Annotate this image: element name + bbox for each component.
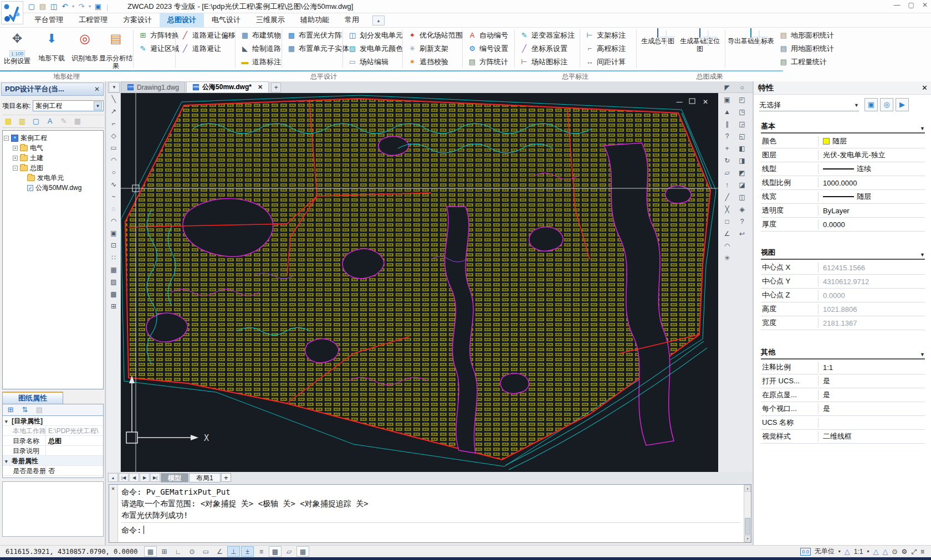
road-annotation-button[interactable]: ▬道路标注 <box>238 56 283 68</box>
support-annotation-button[interactable]: ⊢支架标注 <box>583 29 628 42</box>
tree-item-drawing-file[interactable]: ✓ 公海50MW.dwg <box>4 183 103 193</box>
categorized-icon[interactable]: ⊞ <box>4 404 17 415</box>
mirror-icon[interactable]: ▲ <box>722 107 733 117</box>
cad-viewport[interactable]: X — ✕ <box>121 93 718 472</box>
command-input-row[interactable]: 命令: <box>121 522 740 536</box>
prop-transparency-row[interactable]: 透明度 ByLayer <box>761 204 925 218</box>
polyline-icon[interactable]: ⌐ <box>108 119 119 129</box>
prop-color-row[interactable]: 颜色 随层 <box>761 135 925 148</box>
dynamic-input-toggle[interactable]: ± <box>241 546 254 557</box>
model-tab[interactable]: 模型 <box>161 473 188 482</box>
tab-auxiliary-functions[interactable]: 辅助功能 <box>293 13 337 27</box>
table-icon[interactable]: ⊞ <box>108 301 119 312</box>
scroll-up-icon[interactable]: ▴ <box>744 485 751 492</box>
scale-icon[interactable]: ▱ <box>722 168 733 178</box>
draw-road-button[interactable]: ◣绘制道路 <box>238 43 283 55</box>
prop-row-catalog-desc[interactable]: 目录说明 <box>3 446 103 456</box>
spacing-calculation-button[interactable]: ↔间距计算 <box>583 56 628 68</box>
stretch-icon[interactable]: ↑ <box>722 180 733 191</box>
folder-open-icon[interactable]: ▤ <box>2 116 14 127</box>
scroll-down-icon[interactable]: ▾ <box>744 535 751 542</box>
boundary-icon[interactable]: ▩ <box>108 289 119 300</box>
inverter-room-annotation-button[interactable]: ✎逆变器室标注 <box>518 29 577 42</box>
matrix-convert-button[interactable]: ⊞方阵转换 <box>136 29 181 42</box>
divide-power-unit-button[interactable]: ◫划分发电单元 <box>346 29 405 42</box>
command-history[interactable]: 命令: Pv_GEMatrixPut_Put 请选取一个布置范围: <对象捕捉 … <box>118 485 744 542</box>
view-cube-7-icon[interactable]: ◩ <box>736 168 748 178</box>
undo-dropdown-icon[interactable]: ▾ <box>71 1 75 12</box>
prop-annoscale-row[interactable]: 注释比例 1:1 <box>761 361 925 374</box>
ribbon-collapse-button[interactable]: ▴ <box>372 16 385 25</box>
units-label[interactable]: 无单位 <box>815 547 835 556</box>
matrix-statistics-button[interactable]: ▤方阵统计 <box>466 56 510 68</box>
view-cube-2-icon[interactable]: ◳ <box>736 107 748 117</box>
power-unit-color-button[interactable]: ▨发电单元颜色 <box>346 43 405 55</box>
prop-row-is-volume[interactable]: 是否是卷册 否 <box>3 466 103 476</box>
prop-linetype-row[interactable]: 线型 连续 <box>761 162 925 176</box>
tab-scheme-design[interactable]: 方案设计 <box>115 13 160 27</box>
prop-ucs-perviewport-row[interactable]: 每个视口... 是 <box>761 402 925 416</box>
properties-close-icon[interactable]: ✕ <box>922 84 928 92</box>
unit-format-icon[interactable]: 0.0 <box>800 548 811 556</box>
status-menu-icon[interactable]: ≡ <box>920 548 924 556</box>
expand-icon[interactable]: + <box>13 156 18 161</box>
workspace-switch-icon[interactable]: ⊙ <box>892 548 898 556</box>
erase-icon[interactable]: ◤ <box>722 83 733 93</box>
command-close-icon[interactable]: ✕ <box>109 485 117 492</box>
rectangle-icon[interactable]: ▭ <box>108 143 119 153</box>
prop-lineweight-row[interactable]: 线宽 随层 <box>761 190 925 204</box>
doc-tab-drawing1[interactable]: DWG Drawing1.dwg <box>121 81 185 93</box>
annotation-visibility-icon[interactable]: △ <box>845 547 850 556</box>
pdp-panel-close-icon[interactable]: ✕ <box>94 85 100 93</box>
generate-site-plan-button[interactable]: DWG 生成总平图 <box>640 29 676 69</box>
prev-tab-icon[interactable]: ◀ <box>129 473 139 482</box>
object-snap-tracking-toggle[interactable]: ∠ <box>213 546 226 557</box>
prop-ltscale-row[interactable]: 线型比例 1000.0000 <box>761 176 925 190</box>
zoom-previous-icon[interactable]: ↩ <box>736 229 748 239</box>
terrain-area-statistics-button[interactable]: ▤地形面积统计 <box>777 29 836 42</box>
tab-electrical-design[interactable]: 电气设计 <box>204 13 248 27</box>
collapse-icon[interactable]: − <box>13 166 18 171</box>
project-name-select[interactable]: 案例工程 ▼ <box>33 100 104 111</box>
tree-item-power-unit[interactable]: 发电单元 <box>4 173 103 183</box>
move-icon[interactable]: + <box>722 143 733 154</box>
avoid-area-button[interactable]: ✎避让区域 <box>136 43 181 55</box>
redo-icon[interactable]: ↷ <box>76 1 86 12</box>
ellipse-icon[interactable]: ◌ <box>108 204 119 214</box>
annotation-scale-label[interactable]: 1:1 <box>854 548 863 556</box>
prop-centery-row[interactable]: 中心点 Y 4310612.9712 <box>761 275 925 289</box>
prop-ucsname-row[interactable]: UCS 名称 <box>761 416 925 430</box>
prop-thickness-row[interactable]: 厚度 0.0000 <box>761 218 925 232</box>
help2-icon[interactable]: ? <box>736 217 748 227</box>
layout-up-icon[interactable]: ▴ <box>108 473 118 482</box>
sort-az-icon[interactable]: ⇅ <box>19 404 31 415</box>
offset-icon[interactable]: ∥ <box>722 119 733 130</box>
road-avoid-button[interactable]: ╱道路避让 <box>178 43 238 55</box>
prop-centerx-row[interactable]: 中心点 X 612415.1566 <box>761 261 925 275</box>
refresh-support-button[interactable]: ✳刷新支架 <box>406 43 465 55</box>
prop-visualstyle-row[interactable]: 视觉样式 二维线框 <box>761 430 925 444</box>
snap-mode-toggle[interactable]: ⊞ <box>158 546 171 557</box>
print-icon[interactable]: ▣ <box>93 1 103 12</box>
view-cube-8-icon[interactable]: ◪ <box>736 180 748 191</box>
line-icon[interactable]: ╲ <box>108 94 119 105</box>
tab-platform-management[interactable]: 平台管理 <box>27 13 71 27</box>
text-style-icon[interactable]: A <box>44 116 56 127</box>
number-settings-button[interactable]: ⚙编号设置 <box>466 43 510 55</box>
section-other[interactable]: 其他▼ <box>761 347 925 359</box>
close-icon[interactable]: ✕ <box>922 1 928 9</box>
toggle-pickadd-icon[interactable]: ▶ <box>896 98 909 111</box>
layout1-tab[interactable]: 布局1 <box>189 473 221 482</box>
minimize-icon[interactable]: — <box>894 1 901 9</box>
new-file-icon[interactable]: ▢ <box>27 1 37 12</box>
array-icon[interactable]: □ <box>722 217 733 227</box>
save-icon[interactable]: ◫ <box>49 1 59 12</box>
station-edit-button[interactable]: ▭场站编辑 <box>346 56 405 68</box>
units-dropdown-icon[interactable]: ▾ <box>838 549 841 554</box>
settings-gear-icon[interactable]: ⚙ <box>902 548 908 556</box>
command-scrollbar[interactable]: ▴ ▾ <box>744 485 751 542</box>
scale-settings-button[interactable]: ✥ 1:100 比例设置 <box>1 29 33 69</box>
maximize-icon[interactable]: ▢ <box>908 1 914 9</box>
tree-item-electrical[interactable]: + 电气 <box>4 143 103 153</box>
place-pv-matrix-button[interactable]: ▩布置光伏方阵 <box>285 29 351 42</box>
